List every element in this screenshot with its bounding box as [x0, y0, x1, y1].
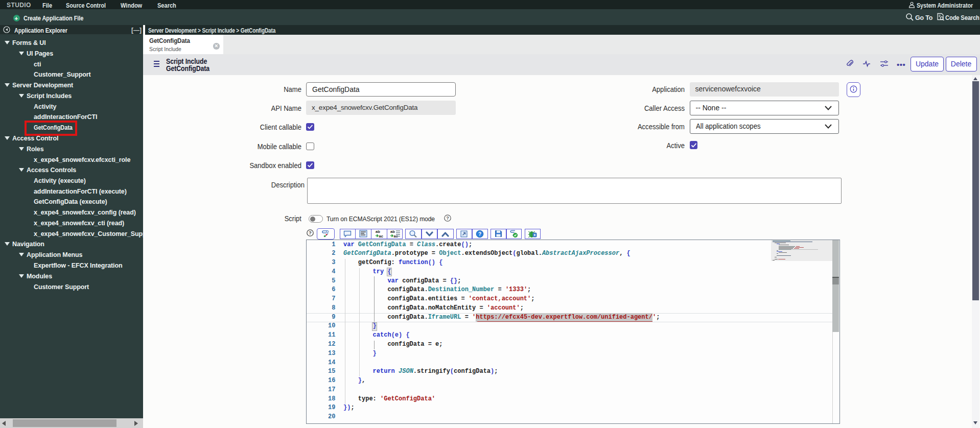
svg-text:ab: ab — [376, 229, 380, 234]
svg-text:?: ? — [309, 230, 312, 235]
svg-text:ab: ab — [390, 229, 395, 234]
svg-text:?: ? — [446, 216, 449, 221]
svg-text:ac: ac — [379, 234, 383, 239]
svg-text:?: ? — [478, 231, 481, 237]
